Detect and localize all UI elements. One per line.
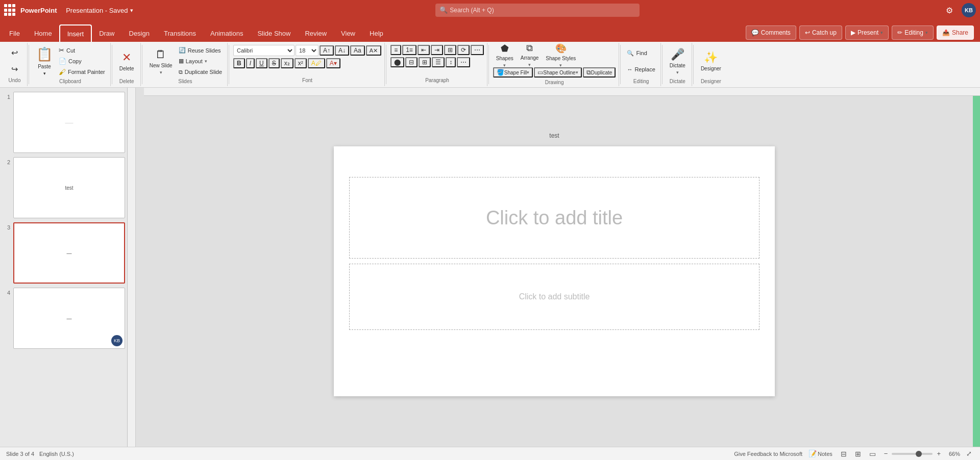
shape-outline-button[interactable]: ▭ Shape Outline ▾ [534, 67, 581, 78]
comments-button[interactable]: 💬 Comments [746, 25, 796, 40]
tab-transitions[interactable]: Transitions [157, 24, 203, 42]
format-painter-icon: 🖌 [59, 68, 66, 76]
zoom-level[interactable]: 66% [945, 451, 960, 457]
tab-animations[interactable]: Animations [203, 24, 250, 42]
zoom-out-button[interactable]: − [882, 449, 890, 458]
align-center-button[interactable]: ⊟ [405, 57, 418, 67]
zoom-slider[interactable] [892, 453, 933, 455]
subscript-button[interactable]: x₂ [281, 58, 293, 68]
slide-thumb-3[interactable]: — [13, 222, 125, 284]
notes-button[interactable]: 📝 Notes [806, 449, 835, 458]
ribbon-tabs: File Home Insert Draw Design Transitions… [0, 20, 980, 42]
fit-to-window-button[interactable]: ⤢ [964, 449, 974, 458]
share-icon: 📤 [942, 29, 950, 36]
zoom-in-button[interactable]: + [935, 449, 943, 458]
share-button[interactable]: 📤 Share [937, 25, 974, 40]
app-grid-icon[interactable] [4, 4, 16, 16]
slide-canvas-wrap: test Click to add title Click to add sub… [136, 96, 973, 447]
designer-button[interactable]: ✨ Designer [698, 45, 724, 78]
slide-item-1[interactable]: 1 —— [2, 92, 125, 153]
underline-button[interactable]: U [256, 58, 267, 68]
duplicate-drawing-button[interactable]: ⧉ Duplicate [583, 67, 616, 78]
slide-canvas[interactable]: test Click to add title Click to add sub… [334, 146, 775, 396]
tab-review[interactable]: Review [298, 24, 334, 42]
shapes-button[interactable]: ⬟ Shapes ▾ [493, 45, 517, 65]
layout-button[interactable]: ▦ Layout ▾ [177, 56, 224, 66]
duplicate-slide-button[interactable]: ⧉ Duplicate Slide [177, 67, 224, 77]
text-highlight-button[interactable]: A🖊 [308, 58, 325, 68]
redo-button[interactable]: ↪ [7, 61, 22, 76]
designer-group: ✨ Designer Designer [695, 43, 727, 86]
dictate-button[interactable]: 🎤 Dictate ▾ [667, 45, 689, 78]
copy-button[interactable]: 📄 Copy [57, 56, 107, 66]
font-family-select[interactable]: Calibri [233, 45, 295, 56]
shape-styles-button[interactable]: 🎨 Shape Styles ▾ [543, 45, 579, 65]
decrease-font-button[interactable]: A↓ [335, 45, 349, 56]
change-case-button[interactable]: Aa [350, 45, 365, 56]
tab-insert[interactable]: Insert [59, 24, 92, 42]
new-slide-button[interactable]: 🗒 New Slide ▾ [146, 45, 176, 78]
format-painter-button[interactable]: 🖌 Format Painter [57, 67, 107, 77]
presentation-title[interactable]: Presentation - Saved [66, 7, 128, 14]
decrease-indent-button[interactable]: ⇤ [418, 45, 430, 55]
align-left-button[interactable]: ⬤ [390, 57, 404, 67]
clear-format-button[interactable]: A✕ [366, 45, 381, 56]
tab-design[interactable]: Design [122, 24, 157, 42]
text-direction-button[interactable]: ⟳ [457, 45, 470, 55]
tab-slideshow[interactable]: Slide Show [250, 24, 298, 42]
increase-font-button[interactable]: A↑ [320, 45, 334, 56]
paste-button[interactable]: 📋 Paste ▾ [33, 45, 56, 78]
font-size-select[interactable]: 18 [296, 45, 318, 56]
reuse-slides-button[interactable]: 🔄 Reuse Slides [177, 45, 224, 56]
slide-title-placeholder[interactable]: Click to add title [349, 177, 760, 259]
tab-help[interactable]: Help [362, 24, 390, 42]
slide-item-3[interactable]: 3 — [2, 222, 125, 284]
slide-sorter-button[interactable]: ⊞ [853, 449, 863, 459]
slide-thumb-2[interactable]: test [13, 157, 125, 218]
slide-item-4[interactable]: 4 — KB [2, 288, 125, 349]
canvas-area: test Click to add title Click to add sub… [128, 88, 980, 447]
present-button[interactable]: ▶ Present ▾ [845, 25, 889, 40]
designer-panel-hint[interactable] [973, 96, 980, 447]
numbering-button[interactable]: 1≡ [402, 45, 416, 55]
bold-button[interactable]: B [233, 58, 245, 68]
shape-fill-button[interactable]: 🪣 Shape Fill ▾ [493, 67, 533, 78]
smart-art-button[interactable]: ⋯ [471, 45, 484, 55]
tab-view[interactable]: View [334, 24, 362, 42]
italic-button[interactable]: I [246, 58, 255, 68]
strikethrough-button[interactable]: S [268, 58, 280, 68]
feedback-link[interactable]: Give Feedback to Microsoft [734, 451, 802, 457]
bullets-button[interactable]: ≡ [390, 45, 401, 55]
arrange-button[interactable]: ⧉ Arrange ▾ [518, 45, 542, 65]
reading-view-button[interactable]: ▭ [867, 449, 878, 459]
delete-button[interactable]: ✕ Delete [116, 45, 137, 78]
notes-icon: 📝 [808, 450, 817, 457]
slide-subtitle-placeholder[interactable]: Click to add subtitle [349, 264, 760, 330]
tab-file[interactable]: File [2, 24, 27, 42]
slide-item-2[interactable]: 2 test [2, 157, 125, 218]
more-para-button[interactable]: ⋯ [457, 57, 470, 67]
slide-thumb-1[interactable]: —— [13, 92, 125, 153]
cut-button[interactable]: ✂ Cut [57, 45, 107, 56]
align-right-button[interactable]: ⊞ [419, 57, 431, 67]
tab-draw[interactable]: Draw [92, 24, 121, 42]
slide-thumb-4[interactable]: — KB [13, 288, 125, 349]
normal-view-button[interactable]: ⊟ [839, 449, 849, 459]
settings-icon[interactable]: ⚙ [942, 3, 957, 17]
search-input[interactable] [435, 4, 640, 17]
superscript-button[interactable]: x² [295, 58, 307, 68]
paste-chevron: ▾ [43, 71, 46, 76]
avatar[interactable]: KB [962, 3, 976, 17]
font-color-button[interactable]: A▾ [326, 58, 340, 68]
tab-home[interactable]: Home [27, 24, 59, 42]
line-spacing-button[interactable]: ↕ [446, 57, 456, 67]
find-button[interactable]: 🔍 Find [625, 48, 657, 58]
justify-button[interactable]: ☰ [432, 57, 445, 67]
increase-indent-button[interactable]: ⇥ [431, 45, 443, 55]
undo-button[interactable]: ↩ [7, 45, 22, 60]
catchup-button[interactable]: ↩ Catch up [799, 25, 842, 40]
columns-button[interactable]: ⊞ [444, 45, 456, 55]
editing-button[interactable]: ✏ Editing ▾ [892, 25, 934, 40]
replace-button[interactable]: ↔ Replace [625, 64, 657, 74]
dictate-group: 🎤 Dictate ▾ Dictate [664, 43, 692, 86]
